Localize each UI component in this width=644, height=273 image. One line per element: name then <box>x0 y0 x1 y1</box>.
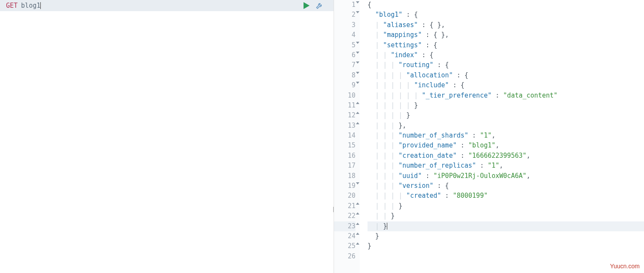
line-gutter: 1234567891011121314151617181920212223242… <box>334 0 360 273</box>
code-line: } <box>368 231 644 241</box>
play-icon[interactable] <box>304 2 310 9</box>
fold-close-icon[interactable] <box>356 112 359 114</box>
gutter-line: 3 <box>334 20 355 30</box>
code-line <box>368 252 644 261</box>
fold-close-icon[interactable] <box>356 233 359 235</box>
gutter-line: 19 <box>334 181 355 191</box>
gutter-line: 13 <box>334 121 355 131</box>
fold-open-icon[interactable] <box>356 82 359 84</box>
gutter-line: 2 <box>334 10 355 20</box>
text-cursor <box>40 2 41 9</box>
gutter-line: 4 <box>334 30 355 40</box>
code-line: | | | "routing" : { <box>368 60 644 70</box>
gutter-line: 1 <box>334 0 355 10</box>
gutter-line: 24 <box>334 231 355 241</box>
gutter-line: 6 <box>334 50 355 60</box>
gutter-line: 14 <box>334 131 355 141</box>
dev-console: GET blog1 || 123456789101112131415161718… <box>0 0 644 273</box>
fold-open-icon[interactable] <box>356 1 359 3</box>
code-line: | | | "number_of_shards" : "1", <box>368 131 644 141</box>
gutter-line: 12 <box>334 110 355 120</box>
code-line: | } <box>368 221 644 231</box>
code-line: | "mappings" : { }, <box>368 30 644 40</box>
gutter-line: 18 <box>334 171 355 181</box>
fold-close-icon[interactable] <box>356 242 359 245</box>
fold-open-icon[interactable] <box>356 52 359 54</box>
fold-close-icon[interactable] <box>356 212 359 215</box>
run-controls <box>304 2 323 9</box>
code-line: | | | | | } <box>368 101 644 110</box>
code-line: { <box>368 0 644 10</box>
gutter-line: 8 <box>334 71 355 80</box>
gutter-line: 10 <box>334 91 355 101</box>
watermark: Yuucn.com <box>610 263 640 270</box>
code-line: | | | } <box>368 201 644 211</box>
code-line: | | | | "allocation" : { <box>368 71 644 80</box>
code-line: | | | | "created" : "8000199" <box>368 191 644 201</box>
fold-close-icon[interactable] <box>356 202 359 205</box>
gutter-line: 25 <box>334 241 355 251</box>
code-line: | | | | } <box>368 110 644 120</box>
fold-open-icon[interactable] <box>356 42 359 44</box>
request-line[interactable]: GET blog1 <box>0 0 334 11</box>
fold-open-icon[interactable] <box>356 182 359 184</box>
code-line: | | | | | | "_tier_preference" : "data_c… <box>368 91 644 101</box>
code-line: | | | | | "include" : { <box>368 80 644 90</box>
code-line: | | | }, <box>368 121 644 131</box>
fold-open-icon[interactable] <box>356 61 359 64</box>
code-line: | | } <box>368 211 644 221</box>
fold-close-icon[interactable] <box>356 122 359 124</box>
gutter-line: 22 <box>334 211 355 221</box>
code-line: | "aliases" : { }, <box>368 20 644 30</box>
code-line: | | | "provided_name" : "blog1", <box>368 141 644 150</box>
gutter-line: 21 <box>334 201 355 211</box>
gutter-line: 17 <box>334 161 355 171</box>
gutter-line: 20 <box>334 191 355 201</box>
fold-close-icon[interactable] <box>356 223 359 225</box>
response-body[interactable]: { "blog1" : { | "aliases" : { }, | "mapp… <box>360 0 644 273</box>
gutter-line: 15 <box>334 141 355 150</box>
text-cursor <box>387 223 387 230</box>
http-method: GET <box>6 2 18 9</box>
code-line: | "settings" : { <box>368 40 644 50</box>
gutter-line: 5 <box>334 40 355 50</box>
code-line: } <box>368 241 644 251</box>
gutter-line: 23 <box>334 221 355 231</box>
fold-open-icon[interactable] <box>356 11 359 13</box>
code-line: | | | "version" : { <box>368 181 644 191</box>
gutter-line: 7 <box>334 60 355 70</box>
wrench-icon[interactable] <box>316 2 323 9</box>
code-line: "blog1" : { <box>368 10 644 20</box>
response-pane: 1234567891011121314151617181920212223242… <box>334 0 644 273</box>
gutter-line: 16 <box>334 151 355 161</box>
fold-close-icon[interactable] <box>356 102 359 104</box>
code-line: | | | "creation_date" : "1666622399563", <box>368 151 644 161</box>
gutter-line: 9 <box>334 80 355 90</box>
fold-open-icon[interactable] <box>356 72 359 74</box>
gutter-line: 11 <box>334 101 355 110</box>
request-editor-pane: GET blog1 <box>0 0 334 273</box>
request-path: blog1 <box>21 2 40 9</box>
code-line: | | "index" : { <box>368 50 644 60</box>
gutter-line: 26 <box>334 252 355 261</box>
code-line: | | | "number_of_replicas" : "1", <box>368 161 644 171</box>
code-line: | | | "uuid" : "iP0P0w21Rj-OuloxW0cA6A", <box>368 171 644 181</box>
